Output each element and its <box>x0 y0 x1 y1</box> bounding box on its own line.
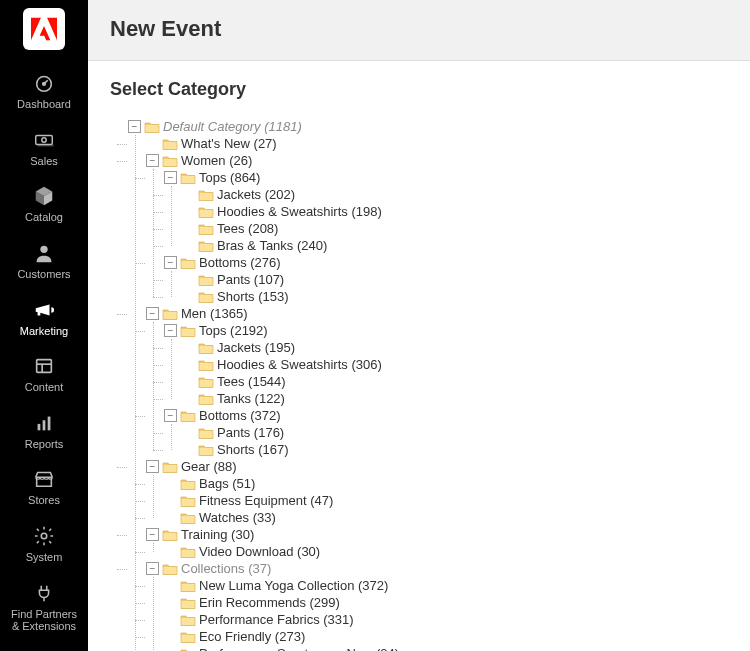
category-node[interactable]: Hoodies & Sweatshirts (306) <box>217 357 382 372</box>
category-node[interactable]: Performance Fabrics (331) <box>199 612 354 627</box>
folder-icon <box>162 528 178 542</box>
folder-icon <box>198 392 214 406</box>
nav-dashboard[interactable]: Dashboard <box>0 64 88 121</box>
category-node[interactable]: Tees (1544) <box>217 374 286 389</box>
collapse-icon[interactable]: − <box>146 154 159 167</box>
megaphone-icon <box>2 299 86 321</box>
category-node[interactable]: What's New (27) <box>181 136 277 151</box>
nav-label: Reports <box>2 438 86 451</box>
folder-icon <box>198 239 214 253</box>
folder-icon <box>180 579 196 593</box>
admin-sidebar: Dashboard Sales Catalog Customers Market… <box>0 0 88 651</box>
category-node[interactable]: Bags (51) <box>199 476 255 491</box>
category-node[interactable]: Tees (208) <box>217 221 278 236</box>
nav-label: Marketing <box>2 325 86 338</box>
category-node[interactable]: Fitness Equipment (47) <box>199 493 333 508</box>
collapse-icon[interactable]: − <box>164 324 177 337</box>
collapse-icon[interactable]: − <box>164 171 177 184</box>
folder-icon <box>180 596 196 610</box>
category-node-root[interactable]: Default Category (1181) <box>163 119 302 134</box>
collapse-icon[interactable]: − <box>164 409 177 422</box>
folder-icon <box>198 205 214 219</box>
category-node[interactable]: Jackets (195) <box>217 340 295 355</box>
adobe-logo[interactable] <box>23 8 65 50</box>
collapse-icon[interactable]: − <box>164 256 177 269</box>
category-node[interactable]: Shorts (153) <box>217 289 289 304</box>
person-icon <box>2 242 86 264</box>
category-node[interactable]: Shorts (167) <box>217 442 289 457</box>
collapse-icon[interactable]: − <box>146 528 159 541</box>
nav-label: Stores <box>2 494 86 507</box>
nav-customers[interactable]: Customers <box>0 234 88 291</box>
svg-rect-6 <box>37 360 52 373</box>
nav-label: System <box>2 551 86 564</box>
gear-icon <box>2 525 86 547</box>
page-title: New Event <box>110 16 728 42</box>
category-node[interactable]: Pants (176) <box>217 425 284 440</box>
category-node[interactable]: Men (1365) <box>181 306 247 321</box>
svg-point-5 <box>40 246 47 253</box>
category-node[interactable]: Eco Friendly (273) <box>199 629 305 644</box>
svg-point-1 <box>43 83 46 86</box>
folder-icon <box>198 375 214 389</box>
category-node[interactable]: Bottoms (276) <box>199 255 281 270</box>
folder-icon <box>198 341 214 355</box>
nav-stores[interactable]: Stores <box>0 460 88 517</box>
collapse-icon[interactable]: − <box>128 120 141 133</box>
main-content: New Event Select Category − Default Cate… <box>88 0 750 651</box>
folder-icon <box>180 256 196 270</box>
collapse-icon[interactable]: − <box>146 562 159 575</box>
category-node[interactable]: Tops (864) <box>199 170 260 185</box>
nav-label: Dashboard <box>2 98 86 111</box>
collapse-icon[interactable]: − <box>146 307 159 320</box>
category-node[interactable]: Gear (88) <box>181 459 237 474</box>
nav-content[interactable]: Content <box>0 347 88 404</box>
folder-icon <box>180 171 196 185</box>
category-node[interactable]: Jackets (202) <box>217 187 295 202</box>
folder-icon <box>162 460 178 474</box>
category-node[interactable]: Tops (2192) <box>199 323 268 338</box>
nav-system[interactable]: System <box>0 517 88 574</box>
folder-icon <box>180 494 196 508</box>
plug-icon <box>2 582 86 604</box>
category-node[interactable]: Pants (107) <box>217 272 284 287</box>
folder-icon <box>162 307 178 321</box>
category-node[interactable]: Training (30) <box>181 527 254 542</box>
category-node[interactable]: Erin Recommends (299) <box>199 595 340 610</box>
category-node[interactable]: Bras & Tanks (240) <box>217 238 327 253</box>
nav-catalog[interactable]: Catalog <box>0 177 88 234</box>
folder-icon <box>162 137 178 151</box>
category-node[interactable]: New Luma Yoga Collection (372) <box>199 578 388 593</box>
svg-rect-2 <box>36 135 53 144</box>
category-node[interactable]: Collections (37) <box>181 561 271 576</box>
folder-icon <box>162 154 178 168</box>
category-node[interactable]: Women (26) <box>181 153 252 168</box>
svg-rect-11 <box>48 416 51 430</box>
nav-marketing[interactable]: Marketing <box>0 291 88 348</box>
category-node[interactable]: Tanks (122) <box>217 391 285 406</box>
folder-icon <box>180 477 196 491</box>
category-node[interactable]: Bottoms (372) <box>199 408 281 423</box>
category-node[interactable]: Video Download (30) <box>199 544 320 559</box>
nav-reports[interactable]: Reports <box>0 404 88 461</box>
money-icon <box>2 129 86 151</box>
nav-sales[interactable]: Sales <box>0 121 88 178</box>
bar-chart-icon <box>2 412 86 434</box>
nav-label: Customers <box>2 268 86 281</box>
layout-icon <box>2 355 86 377</box>
folder-icon <box>198 426 214 440</box>
nav-label: Find Partners & Extensions <box>2 608 86 633</box>
svg-point-12 <box>41 533 47 539</box>
category-section: Select Category − Default Category (1181… <box>88 61 750 651</box>
category-node[interactable]: Performance Sportswear New (24) <box>199 646 399 651</box>
nav-label: Catalog <box>2 211 86 224</box>
nav-partners[interactable]: Find Partners & Extensions <box>0 574 88 643</box>
svg-rect-4 <box>38 144 55 146</box>
category-tree: − Default Category (1181) What's New (27… <box>110 118 728 651</box>
folder-icon <box>162 562 178 576</box>
collapse-icon[interactable]: − <box>146 460 159 473</box>
folder-icon <box>198 188 214 202</box>
category-node[interactable]: Watches (33) <box>199 510 276 525</box>
category-node[interactable]: Hoodies & Sweatshirts (198) <box>217 204 382 219</box>
folder-icon <box>180 613 196 627</box>
